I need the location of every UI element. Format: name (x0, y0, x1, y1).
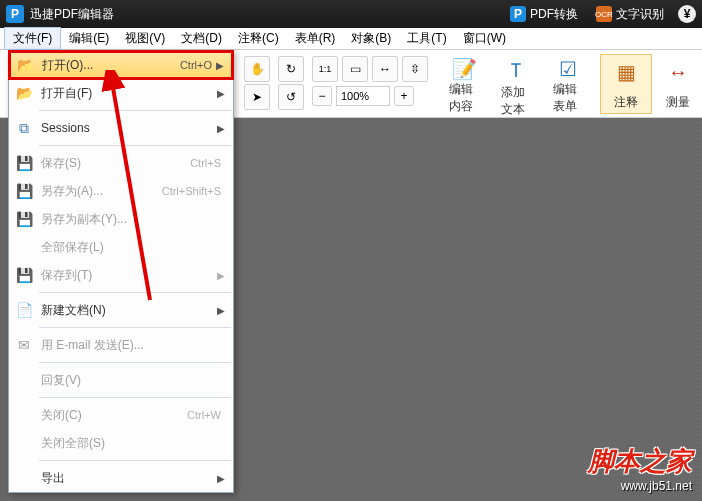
minus-icon: − (318, 89, 325, 103)
zoom-in-button[interactable]: + (394, 86, 414, 106)
menu-item-save-all: 全部保存(L) (9, 233, 233, 261)
add-text-label: 添加文本 (501, 84, 531, 118)
edit-content-icon: 📝 (449, 57, 479, 81)
menu-item-email: ✉ 用 E-mail 发送(E)... (9, 331, 233, 359)
zoom-out-button[interactable]: − (312, 86, 332, 106)
measure-button[interactable]: ↔ 测量 (652, 54, 702, 114)
rotate-ccw-button[interactable]: ↺ (278, 84, 304, 110)
submenu-arrow-icon: ▶ (217, 123, 225, 134)
menu-item-sessions[interactable]: ⧉ Sessions ▶ (9, 114, 233, 142)
ocr-icon: OCR (596, 6, 612, 22)
select-tool-button[interactable]: ➤ (244, 84, 270, 110)
menu-item-open-label: 打开(O)... (42, 57, 180, 74)
menu-window[interactable]: 窗口(W) (455, 28, 514, 49)
edit-form-button[interactable]: ☑ 编辑表单 (542, 54, 594, 114)
email-icon: ✉ (13, 335, 35, 355)
fit-width-icon: ↔ (379, 62, 391, 76)
zoom-input[interactable] (336, 86, 390, 106)
add-text-button[interactable]: Ｔ 添加文本 (490, 54, 542, 114)
menu-object[interactable]: 对象(B) (343, 28, 399, 49)
watermark: 脚本之家 www.jb51.net (588, 444, 692, 493)
menu-item-save-to: 💾 保存到(T) ▶ (9, 261, 233, 289)
save-copy-icon: 💾 (13, 209, 35, 229)
menu-separator (39, 362, 231, 363)
fit-actual-button[interactable]: 1:1 (312, 56, 338, 82)
file-menu-dropdown: 📂 打开(O)... Ctrl+O ▶ 📂 打开自(F) ▶ ⧉ Session… (8, 50, 234, 493)
edit-form-icon: ☑ (553, 57, 583, 81)
menu-comment[interactable]: 注释(C) (230, 28, 287, 49)
zoom-controls: − + (312, 86, 428, 106)
menu-item-new-doc[interactable]: 📄 新建文档(N) ▶ (9, 296, 233, 324)
rotate-cw-icon: ↻ (286, 62, 296, 76)
pdf-convert-label: PDF转换 (530, 6, 578, 23)
submenu-arrow-icon: ▶ (216, 60, 224, 71)
menu-item-save-copy-label: 另存为副本(Y)... (41, 211, 225, 228)
menu-separator (39, 327, 231, 328)
add-text-icon: Ｔ (501, 57, 531, 84)
hand-icon: ✋ (250, 62, 265, 76)
menu-item-save-as-shortcut: Ctrl+Shift+S (162, 185, 221, 197)
menu-file[interactable]: 文件(F) (4, 27, 61, 50)
menu-separator (39, 460, 231, 461)
hand-tool-button[interactable]: ✋ (244, 56, 270, 82)
new-doc-icon: 📄 (13, 300, 35, 320)
menu-item-revert-label: 回复(V) (41, 372, 225, 389)
sessions-icon: ⧉ (13, 118, 35, 138)
edit-content-label: 编辑内容 (449, 81, 479, 115)
menu-item-save-label: 保存(S) (41, 155, 190, 172)
pdf-convert-button[interactable]: P PDF转换 (506, 4, 582, 25)
menu-item-export[interactable]: 导出 ▶ (9, 464, 233, 492)
ocr-button[interactable]: OCR 文字识别 (592, 4, 668, 25)
save-icon: 💾 (13, 153, 35, 173)
menu-item-save-as: 💾 另存为(A)... Ctrl+Shift+S (9, 177, 233, 205)
close-all-icon (13, 433, 35, 453)
menu-item-close: 关闭(C) Ctrl+W (9, 401, 233, 429)
watermark-url: www.jb51.net (588, 479, 692, 493)
menu-item-save-copy: 💾 另存为副本(Y)... (9, 205, 233, 233)
annotate-label: 注释 (614, 94, 638, 111)
submenu-arrow-icon: ▶ (217, 270, 225, 281)
annotate-button[interactable]: ▦ 注释 (600, 54, 652, 114)
menu-separator (39, 145, 231, 146)
menu-separator (39, 292, 231, 293)
fit-height-button[interactable]: ⇳ (402, 56, 428, 82)
menu-item-new-doc-label: 新建文档(N) (41, 302, 217, 319)
menu-item-close-shortcut: Ctrl+W (187, 409, 221, 421)
menu-item-close-all: 关闭全部(S) (9, 429, 233, 457)
ribbon-group-rotate: ↻ ↺ (274, 54, 308, 112)
menu-bar: 文件(F) 编辑(E) 视图(V) 文档(D) 注释(C) 表单(R) 对象(B… (0, 28, 702, 50)
submenu-arrow-icon: ▶ (217, 88, 225, 99)
menu-edit[interactable]: 编辑(E) (61, 28, 117, 49)
close-icon (13, 405, 35, 425)
edit-form-label: 编辑表单 (553, 81, 583, 115)
menu-item-save-all-label: 全部保存(L) (41, 239, 225, 256)
submenu-arrow-icon: ▶ (217, 473, 225, 484)
menu-item-save-as-label: 另存为(A)... (41, 183, 162, 200)
rotate-cw-button[interactable]: ↻ (278, 56, 304, 82)
annotate-icon: ▦ (611, 57, 641, 87)
submenu-arrow-icon: ▶ (217, 305, 225, 316)
menu-item-close-all-label: 关闭全部(S) (41, 435, 225, 452)
folder-open-icon: 📂 (13, 83, 35, 103)
fit-width-button[interactable]: ↔ (372, 56, 398, 82)
plus-icon: + (400, 89, 407, 103)
currency-button[interactable]: ¥ (678, 5, 696, 23)
ribbon-group-hand: ✋ ➤ (240, 54, 274, 112)
menu-view[interactable]: 视图(V) (117, 28, 173, 49)
menu-document[interactable]: 文档(D) (173, 28, 230, 49)
fit-page-button[interactable]: ▭ (342, 56, 368, 82)
menu-item-open[interactable]: 📂 打开(O)... Ctrl+O ▶ (9, 51, 233, 79)
fit-page-icon: ▭ (350, 62, 361, 76)
revert-icon (13, 370, 35, 390)
export-icon (13, 468, 35, 488)
edit-content-button[interactable]: 📝 编辑内容 (438, 54, 490, 114)
app-logo: P (6, 5, 24, 23)
menu-item-save: 💾 保存(S) Ctrl+S (9, 149, 233, 177)
menu-item-export-label: 导出 (41, 470, 217, 487)
save-as-icon: 💾 (13, 181, 35, 201)
menu-tools[interactable]: 工具(T) (399, 28, 454, 49)
menu-item-open-from[interactable]: 📂 打开自(F) ▶ (9, 79, 233, 107)
title-bar: P 迅捷PDF编辑器 P PDF转换 OCR 文字识别 ¥ (0, 0, 702, 28)
fit-height-icon: ⇳ (410, 62, 420, 76)
menu-form[interactable]: 表单(R) (287, 28, 344, 49)
